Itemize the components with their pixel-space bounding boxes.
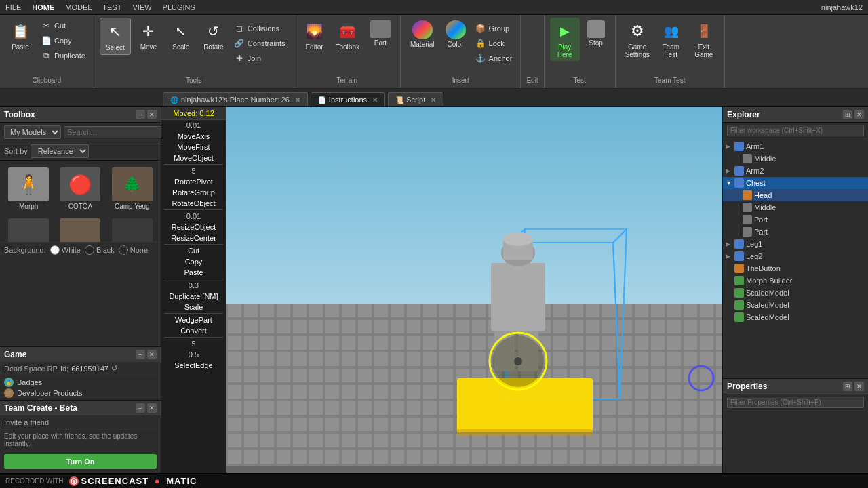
group-button[interactable]: 📦 Group [473, 22, 515, 35]
color-button[interactable]: Color [441, 18, 470, 51]
cmd-wedgepart[interactable]: WedgePart [161, 314, 226, 325]
tree-chest[interactable]: ▼ Chest [723, 177, 868, 189]
tab-instructions[interactable]: 📄 Instructions ✕ [311, 92, 385, 106]
bg-black-option[interactable]: Black [85, 245, 115, 255]
plugins-menu[interactable]: PLUGINS [163, 3, 195, 12]
model-6[interactable] [108, 216, 157, 242]
model-4[interactable] [4, 216, 53, 242]
cmd-resizecenter[interactable]: ResizeCenter [161, 232, 226, 243]
explorer-undock[interactable]: ⊞ [843, 110, 852, 119]
explorer-search[interactable] [727, 125, 864, 136]
place-tab-close[interactable]: ✕ [295, 96, 300, 104]
game-settings-button[interactable]: ⚙ GameSettings [621, 18, 654, 61]
cmd-convert[interactable]: Convert [161, 325, 226, 336]
toolbox-close[interactable]: ✕ [147, 110, 157, 119]
cmd-moveaxis[interactable]: MoveAxis [161, 131, 226, 142]
script-tab-close[interactable]: ✕ [431, 96, 436, 104]
toolbox-minimize[interactable]: – [136, 110, 145, 119]
tree-button[interactable]: TheButton [723, 262, 868, 274]
cmd-div-3 [164, 244, 223, 245]
team-minimize[interactable]: – [136, 403, 145, 413]
team-test-button[interactable]: 👥 TeamTest [656, 18, 686, 61]
rotate-button[interactable]: ↺ Rotate [199, 18, 229, 54]
file-menu[interactable]: FILE [5, 3, 21, 12]
cmd-cut[interactable]: Cut [161, 245, 226, 256]
home-menu[interactable]: HOME [32, 3, 54, 12]
properties-search[interactable] [727, 396, 864, 408]
tree-morph-builder[interactable]: Morph Builder [723, 274, 868, 287]
constraints-button[interactable]: 🔗 Constraints [231, 37, 288, 50]
model-cotoa[interactable]: 🔴 COTOA [56, 165, 104, 213]
tree-leg1[interactable]: ▶ Leg1 [723, 238, 868, 250]
tree-middle-1[interactable]: Middle [723, 152, 868, 165]
badges-item[interactable]: 🏅 Badges [4, 378, 157, 387]
cmd-selectedge[interactable]: SelectEdge [161, 360, 226, 371]
cmd-rotategroup[interactable]: RotateGroup [161, 187, 226, 198]
dev-products-item[interactable]: 🛒 Developer Products [4, 388, 157, 398]
tree-arm1[interactable]: ▶ Arm1 [723, 140, 868, 152]
model-camp[interactable]: 🌲 Camp Yeug [108, 165, 157, 213]
model-morph[interactable]: 🧍 Morph [4, 165, 53, 213]
editor-button[interactable]: 🌄 Editor [300, 18, 330, 54]
arm1-arrow: ▶ [726, 143, 732, 150]
game-minimize[interactable]: – [136, 350, 145, 359]
cmd-paste[interactable]: Paste [161, 267, 226, 278]
tree-scaled-3[interactable]: ScaledModel [723, 311, 868, 323]
cmd-rotateobject[interactable]: RotateObject [161, 198, 226, 209]
bg-white-option[interactable]: White [50, 245, 81, 255]
models-dropdown[interactable]: My Models [4, 125, 61, 139]
exit-game-button[interactable]: 🚪 ExitGame [689, 18, 719, 61]
cmd-moveobject[interactable]: MoveObject [161, 152, 226, 163]
paste-button[interactable]: 📋 Paste [5, 18, 35, 54]
view-menu[interactable]: VIEW [132, 3, 151, 12]
sort-label: Sort by [4, 147, 28, 155]
tree-arm2[interactable]: ▶ Arm2 [723, 165, 868, 177]
copy-button[interactable]: 📄 Copy [38, 34, 88, 47]
lock-button[interactable]: 🔒 Lock [473, 37, 515, 50]
model-menu[interactable]: MODEL [65, 3, 92, 12]
scale-button[interactable]: ⤡ Scale [166, 18, 196, 54]
tree-part-2[interactable]: Part [723, 226, 868, 238]
tree-leg2[interactable]: ▶ Leg2 [723, 250, 868, 262]
team-close[interactable]: ✕ [147, 403, 157, 413]
tree-scaled-1[interactable]: ScaledModel [723, 287, 868, 299]
duplicate-button[interactable]: ⧉ Duplicate [38, 49, 88, 62]
tree-part-1[interactable]: Part [723, 214, 868, 226]
play-here-button[interactable]: ▶ PlayHere [550, 18, 580, 61]
part-button[interactable]: Part [366, 18, 395, 49]
cmd-duplicate[interactable]: Duplicate [NM] [161, 291, 226, 302]
cmd-resizeobject[interactable]: ResizeObject [161, 222, 226, 232]
tree-middle-2[interactable]: Middle [723, 201, 868, 214]
cmd-movefirst[interactable]: MoveFirst [161, 142, 226, 152]
tab-place[interactable]: 🌐 ninjahawk12's Place Number: 26 ✕ [163, 92, 308, 106]
sort-select[interactable]: Relevance [31, 144, 89, 158]
material-button[interactable]: Material [406, 18, 439, 51]
join-button[interactable]: ✚ Join [231, 52, 288, 65]
properties-close[interactable]: ✕ [854, 382, 864, 391]
game-close[interactable]: ✕ [147, 350, 157, 359]
stop-button[interactable]: Stop [583, 18, 610, 49]
test-menu[interactable]: TEST [102, 3, 121, 12]
cut-button[interactable]: ✂ Cut [38, 19, 88, 33]
collisions-button[interactable]: ◻ Collisions [231, 22, 288, 35]
properties-undock[interactable]: ⊞ [843, 382, 852, 391]
cmd-copy[interactable]: Copy [161, 256, 226, 267]
refresh-icon[interactable]: ↺ [111, 364, 117, 373]
tab-script[interactable]: 📜 Script ✕ [388, 92, 443, 106]
tree-head[interactable]: Head [723, 189, 868, 201]
model-5[interactable] [56, 216, 104, 242]
viewport[interactable] [226, 107, 722, 473]
game-name: Dead Space RP [4, 365, 58, 373]
cmd-scale[interactable]: Scale [161, 302, 226, 312]
turn-on-button[interactable]: Turn On [4, 454, 157, 469]
search-input[interactable] [64, 126, 164, 138]
instructions-tab-close[interactable]: ✕ [372, 96, 378, 104]
move-button[interactable]: ✛ Move [134, 18, 163, 54]
explorer-close[interactable]: ✕ [854, 110, 864, 119]
bg-none-option[interactable]: None [119, 245, 148, 255]
select-button[interactable]: ↖ Select [100, 18, 131, 55]
toolbox-ribbon-button[interactable]: 🧰 Toolbox [332, 18, 363, 54]
anchor-button[interactable]: ⚓ Anchor [473, 52, 515, 65]
cmd-rotatepivot[interactable]: RotatePivot [161, 176, 226, 187]
tree-scaled-2[interactable]: ScaledModel [723, 299, 868, 311]
